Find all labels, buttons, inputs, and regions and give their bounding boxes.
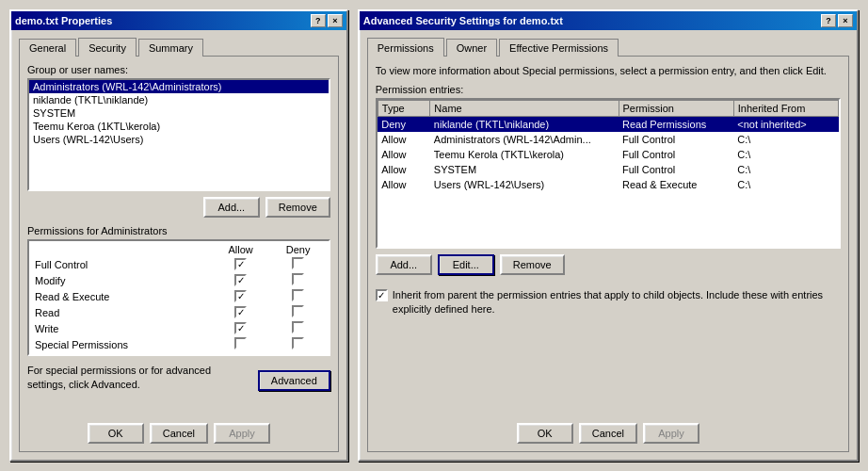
table-row: Full Control (31, 256, 327, 272)
close-button[interactable]: × (838, 14, 853, 27)
properties-title-bar: demo.txt Properties ? × (11, 11, 346, 30)
entry-type: Deny (378, 117, 430, 133)
remove-user-button[interactable]: Remove (265, 197, 330, 218)
tab-security[interactable]: Security (78, 38, 137, 57)
special-note: To view more information about Special p… (376, 64, 841, 78)
list-item[interactable]: niklande (TKTL\niklande) (29, 93, 329, 106)
tab-permissions[interactable]: Permissions (367, 38, 444, 57)
advanced-title-btns: ? × (821, 14, 853, 27)
add-entry-button[interactable]: Add... (376, 254, 432, 275)
inherit-checkbox[interactable] (376, 289, 388, 301)
list-item[interactable]: Users (WRL-142\Users) (29, 133, 329, 146)
col-type: Type (378, 101, 430, 117)
inherit-row: Inherit from parent the permission entri… (376, 288, 841, 316)
entry-type: Allow (378, 147, 430, 162)
entries-label: Permission entries: (376, 84, 841, 95)
entries-table: Type Name Permission Inherited From Deny… (378, 100, 839, 192)
permissions-section: Allow Deny Full Control Modify (27, 239, 330, 356)
deny-cell (269, 256, 326, 272)
add-user-button[interactable]: Add... (203, 197, 260, 218)
advanced-title: Advanced Security Settings for demo.txt (363, 15, 563, 26)
inherit-label: Inherit from parent the permission entri… (393, 288, 841, 316)
allow-checkbox[interactable] (234, 274, 247, 286)
advanced-button[interactable]: Advanced (258, 370, 330, 391)
permissions-table: Allow Deny Full Control Modify (31, 243, 327, 352)
tab-summary[interactable]: Summary (138, 39, 203, 57)
properties-tab-bar: General Security Summary (19, 38, 339, 57)
entry-inherited: <not inherited> (733, 117, 838, 133)
perm-name: Full Control (31, 256, 212, 272)
entry-permission: Read & Execute (619, 177, 733, 192)
entries-list[interactable]: Type Name Permission Inherited From Deny… (376, 98, 841, 249)
right-bottom-buttons: OK Cancel Apply (376, 423, 841, 444)
entry-name: Teemu Kerola (TKTL\kerola) (430, 147, 619, 162)
title-bar-buttons: ? × (311, 14, 343, 27)
advanced-security-dialog: Advanced Security Settings for demo.txt … (358, 9, 859, 462)
deny-checkbox[interactable] (292, 257, 304, 269)
table-row[interactable]: Allow Teemu Kerola (TKTL\kerola) Full Co… (378, 147, 838, 162)
allow-checkbox[interactable] (234, 337, 247, 349)
advanced-content: Permissions Owner Effective Permissions … (360, 30, 857, 460)
entry-inherited: C:\ (733, 132, 838, 147)
deny-checkbox[interactable] (292, 305, 304, 317)
apply-button[interactable]: Apply (214, 423, 270, 444)
apply-button[interactable]: Apply (643, 423, 699, 444)
table-row: Read & Execute (31, 288, 327, 304)
perm-name: Modify (31, 272, 212, 288)
col-deny: Deny (269, 243, 326, 256)
table-row: Special Permissions (31, 336, 327, 352)
perm-name: Special Permissions (31, 336, 212, 352)
table-row[interactable]: Allow SYSTEM Full Control C:\ (378, 162, 838, 177)
allow-checkbox[interactable] (234, 290, 247, 302)
table-row[interactable]: Allow Administrators (WRL-142\Admin... F… (378, 132, 838, 147)
col-allow: Allow (212, 243, 269, 256)
entry-name: SYSTEM (430, 162, 619, 177)
properties-dialog: demo.txt Properties ? × General Security… (9, 9, 348, 462)
col-permission-name (31, 243, 212, 256)
table-row: Read (31, 304, 327, 320)
col-inherited: Inherited From (733, 101, 838, 117)
tab-effective-permissions[interactable]: Effective Permissions (499, 39, 619, 57)
allow-checkbox[interactable] (234, 322, 247, 334)
table-row: Write (31, 320, 327, 336)
tab-general[interactable]: General (19, 39, 76, 57)
list-item[interactable]: Teemu Keroa (1KTL\kerola) (29, 120, 329, 133)
cancel-button[interactable]: Cancel (150, 423, 208, 444)
tab-owner[interactable]: Owner (446, 39, 497, 57)
list-item[interactable]: Administrators (WRL-142\Administrators) (29, 80, 329, 93)
entry-permission: Full Control (619, 162, 733, 177)
table-row[interactable]: Allow Users (WRL-142\Users) Read & Execu… (378, 177, 838, 192)
deny-checkbox[interactable] (292, 337, 304, 349)
special-note: For special permissions or for advanced … (27, 364, 250, 393)
edit-entry-button[interactable]: Edit... (438, 254, 494, 275)
help-button[interactable]: ? (821, 14, 836, 27)
perm-section-label: Permissions for Administrators (27, 225, 330, 236)
deny-checkbox[interactable] (292, 273, 304, 285)
list-item[interactable]: SYSTEM (29, 106, 329, 120)
col-name: Name (430, 101, 619, 117)
perm-name: Read & Execute (31, 288, 212, 304)
entry-name: Administrators (WRL-142\Admin... (430, 132, 619, 147)
ok-button[interactable]: OK (88, 423, 144, 444)
col-permission: Permission (619, 101, 733, 117)
entry-permission: Full Control (619, 132, 733, 147)
allow-checkbox[interactable] (234, 306, 247, 318)
deny-checkbox[interactable] (292, 321, 304, 333)
properties-title: demo.txt Properties (15, 15, 112, 26)
advanced-tab-bar: Permissions Owner Effective Permissions (367, 38, 849, 57)
help-button[interactable]: ? (311, 14, 326, 27)
allow-checkbox[interactable] (234, 258, 247, 270)
close-button[interactable]: × (328, 14, 343, 27)
perm-name: Read (31, 304, 212, 320)
ok-button[interactable]: OK (517, 423, 573, 444)
entry-permission: Full Control (619, 147, 733, 162)
deny-checkbox[interactable] (292, 289, 304, 301)
remove-entry-button[interactable]: Remove (500, 254, 565, 275)
table-row[interactable]: Deny niklande (TKTL\niklande) Read Permi… (378, 117, 838, 133)
group-label: Group or user names: (27, 64, 330, 75)
bottom-buttons: OK Cancel Apply (27, 423, 330, 444)
cancel-button[interactable]: Cancel (579, 423, 637, 444)
entry-name: Users (WRL-142\Users) (430, 177, 619, 192)
allow-cell (212, 256, 269, 272)
user-listbox[interactable]: Administrators (WRL-142\Administrators) … (27, 78, 330, 191)
